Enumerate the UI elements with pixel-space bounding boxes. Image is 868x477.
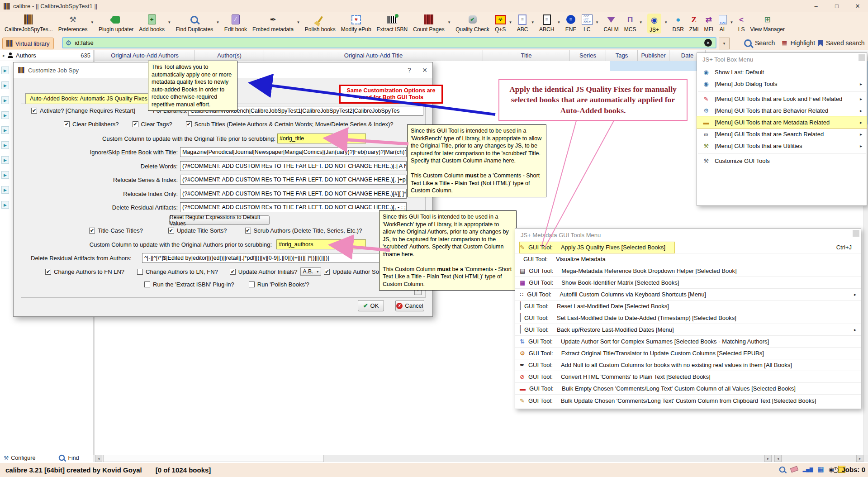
menu-item-metadata-related[interactable]: ▬ [Menu] GUI Tools that are Metadata Rel… bbox=[697, 116, 867, 128]
find-duplicates-dropdown-icon[interactable]: ▾ bbox=[217, 20, 219, 24]
maximize-button[interactable]: □ bbox=[826, 0, 847, 12]
grid-view-icon[interactable]: ▦ bbox=[817, 465, 824, 473]
menu-item-update-author-sort[interactable]: ⇅ GUI Tool: Update Author Sort for Compl… bbox=[515, 336, 861, 348]
tag-expander-icon[interactable]: ▶ bbox=[1, 81, 9, 89]
embed-metadata-dropdown-icon[interactable]: ▾ bbox=[297, 20, 299, 24]
tag-expander-icon[interactable]: ▶ bbox=[1, 67, 9, 74]
saved-search-button[interactable]: Saved search bbox=[818, 38, 865, 48]
menu-item-show-last[interactable]: ◉ Show Last: Default bbox=[697, 66, 867, 78]
toolbar-preferences[interactable]: ⚒Preferences bbox=[58, 14, 88, 33]
toolbar-plugin-updater[interactable]: Plugin updater bbox=[99, 14, 133, 33]
tag-expander-icon[interactable]: ▶ bbox=[1, 126, 9, 134]
scroll-left-button-2[interactable]: ◂ bbox=[774, 455, 782, 462]
column-header-orig-authors[interactable]: Original Auto-Add Authors bbox=[95, 50, 195, 61]
scroll-left-button[interactable]: ◂ bbox=[95, 455, 102, 462]
menu-item-mega-metadata-helper[interactable]: ▤ GUI Tool: Mega-Metadata Reference Book… bbox=[515, 265, 861, 277]
scroll-right-button[interactable]: ▸ bbox=[764, 455, 772, 462]
preferences-dropdown-icon[interactable]: ▾ bbox=[91, 20, 93, 24]
delete-residual-field[interactable]: (?#COMMENT: ADD CUSTOM REs TO THE FAR LE… bbox=[180, 202, 407, 212]
toolbar-quality-check[interactable]: ✔Quality Check bbox=[455, 14, 489, 33]
virtual-library-button[interactable]: Virtual library bbox=[2, 38, 54, 49]
search-input[interactable]: ⚙ id:false ✕ bbox=[62, 37, 716, 48]
toolbar-abc[interactable]: ≡ABC bbox=[517, 14, 528, 33]
menu-item-job-dialog-tools[interactable]: ◉ [Menu] Job Dialog Tools ▸ bbox=[697, 78, 867, 90]
al-dropdown-icon[interactable]: ▾ bbox=[730, 20, 733, 24]
change-ln-fn-checkbox[interactable] bbox=[137, 269, 143, 275]
reset-regex-button[interactable]: Reset Regular Expressions to Default Val… bbox=[169, 215, 270, 225]
toolbar-find-duplicates[interactable]: Find Duplicates bbox=[176, 14, 213, 33]
toolbar-extract-isbn[interactable]: Extract ISBN bbox=[377, 14, 408, 33]
cancel-button[interactable]: ✘Cancel bbox=[395, 300, 424, 311]
menu-item-apply-js-quality-fixes[interactable]: ✎ GUI Tool: Apply JS Quality Fixes [Sele… bbox=[515, 242, 861, 253]
clear-tags-checkbox[interactable]: ✔ bbox=[133, 121, 138, 127]
menu-item-look-feel[interactable]: ✎ [Menu] GUI Tools that are Look and Fee… bbox=[697, 93, 867, 105]
relocate-index-field[interactable]: (?#COMMENT: ADD CUSTOM REs TO THE FAR LE… bbox=[180, 189, 407, 199]
menu-item-visualize-metadata[interactable]: GUI Tool: Visualize Metadata bbox=[515, 253, 861, 265]
initials-style-combo[interactable]: A.B.▾ bbox=[300, 267, 322, 276]
column-header-tags[interactable]: Tags bbox=[606, 50, 638, 61]
eraser-icon[interactable] bbox=[790, 466, 798, 473]
lc-dropdown-icon[interactable]: ▾ bbox=[596, 20, 598, 24]
menu-item-reset-last-modified[interactable]: GUI Tool: Reset Last-Modified Date [Sele… bbox=[515, 301, 861, 312]
search-gear-icon[interactable]: ⚙ bbox=[66, 39, 71, 47]
minimize-button[interactable]: – bbox=[806, 0, 826, 12]
update-author-initials-checkbox[interactable]: ✔ bbox=[230, 269, 236, 275]
mcs-dropdown-icon[interactable]: ▾ bbox=[640, 20, 642, 24]
abc-dropdown-icon[interactable]: ▾ bbox=[531, 20, 534, 24]
tag-browser-authors-row[interactable]: ▸ Authors 635 bbox=[0, 50, 93, 61]
authors-expander-icon[interactable]: ▸ bbox=[3, 53, 5, 58]
status-search-icon[interactable] bbox=[779, 466, 786, 472]
qs-dropdown-icon[interactable]: ▾ bbox=[509, 20, 512, 24]
toolbar-mfi[interactable]: ⇄MFI bbox=[704, 14, 714, 33]
toolbar-enf[interactable]: ≡ENF bbox=[565, 14, 576, 33]
tag-expander-icon[interactable]: ▶ bbox=[1, 156, 9, 164]
relocate-series-field[interactable]: (?#COMMENT: ADD CUSTOM REs TO THE FAR LE… bbox=[180, 175, 407, 185]
toolbar-abch[interactable]: ≡ABCH bbox=[539, 14, 554, 33]
toolbar-calm[interactable]: CALM bbox=[603, 14, 618, 33]
dialog-close-button[interactable]: ✕ bbox=[417, 62, 432, 78]
clear-search-icon[interactable]: ✕ bbox=[704, 39, 712, 47]
column-header-authors[interactable]: Author(s) bbox=[195, 50, 264, 61]
menu-item-book-identifier-matrix[interactable]: ▦ GUI Tool: Show Book-Identifier Matrix … bbox=[515, 277, 861, 289]
tag-expander-icon[interactable]: ▶ bbox=[1, 111, 9, 119]
toolbar-edit-book[interactable]: ⁄Edit book bbox=[224, 14, 247, 33]
tag-expander-icon[interactable]: ▶ bbox=[1, 201, 9, 209]
horizontal-scrollbar-thumb[interactable] bbox=[103, 455, 324, 462]
search-button[interactable]: Search bbox=[744, 38, 775, 48]
toolbar-mcs[interactable]: ΠMCS bbox=[624, 14, 636, 33]
activate-checkbox[interactable]: ✔ bbox=[31, 108, 37, 114]
delete-words-field[interactable]: (?#COMMENT: ADD CUSTOM REs TO THE FAR LE… bbox=[180, 161, 407, 171]
chart-icon[interactable]: ▂▅▇ bbox=[802, 467, 813, 472]
tag-expander-icon[interactable]: ▶ bbox=[1, 186, 9, 194]
toolbar-zmi[interactable]: ZZMI bbox=[689, 14, 699, 33]
tag-expander-icon[interactable]: ▶ bbox=[1, 96, 9, 104]
toolbar-qs[interactable]: ☣Q+S bbox=[495, 14, 506, 33]
clear-publishers-checkbox[interactable]: ✔ bbox=[64, 121, 70, 127]
abch-dropdown-icon[interactable]: ▾ bbox=[558, 20, 560, 24]
toolbar-ls[interactable]: <LS bbox=[738, 14, 745, 33]
configure-button[interactable]: ⚒ Configure bbox=[4, 454, 35, 461]
column-header-series[interactable]: Series bbox=[570, 50, 606, 61]
column-header-publisher[interactable]: Publisher bbox=[638, 50, 669, 61]
menu-item-backup-restore-dates[interactable]: GUI Tool: Back up/Restore Last-Modified … bbox=[515, 324, 861, 336]
toolbar-modify-epub[interactable]: ♥Modify ePub bbox=[341, 14, 371, 33]
menu-item-set-last-modified[interactable]: GUI Tool: Set Last-Modified Date to Date… bbox=[515, 312, 861, 324]
menu-item-search-related[interactable]: ∞ [Menu] GUI Tools that are Search Relat… bbox=[697, 128, 867, 140]
jobs-indicator[interactable]: ◷ Jobs: 0 bbox=[833, 465, 865, 474]
menu-item-bulk-empty-comments[interactable]: ▬ GUI Tool: Bulk Empty Chosen 'Comments/… bbox=[515, 383, 861, 395]
column-header-title[interactable]: Title bbox=[483, 50, 570, 61]
close-button[interactable]: ✕ bbox=[847, 0, 868, 12]
update-title-sorts-checkbox[interactable]: ✔ bbox=[168, 228, 174, 234]
toolbar-dsr[interactable]: ●DSR bbox=[672, 14, 683, 33]
toolbar-al[interactable]: LOGAL bbox=[719, 14, 727, 33]
menu-item-utilities[interactable]: ⚒ [Menu] GUI Tools that are Utilities ▸ bbox=[697, 140, 867, 152]
custom-col-authors-field[interactable]: #orig_authors bbox=[276, 239, 366, 249]
run-polish-checkbox[interactable] bbox=[249, 281, 255, 287]
find-button[interactable]: Find bbox=[58, 454, 79, 462]
menu-item-extract-original-title[interactable]: ⚙ GUI Tool: Extract Original Title/Trans… bbox=[515, 348, 861, 359]
custom-col-title-field[interactable]: #orig_title bbox=[277, 134, 366, 143]
toolbar-view-manager[interactable]: ⊞View Manager bbox=[750, 14, 785, 33]
menu-item-add-null[interactable]: ✒ GUI Tool: Add Null to all Custom Colum… bbox=[515, 359, 861, 371]
tag-expander-icon[interactable]: ▶ bbox=[1, 171, 9, 179]
menu-item-autofill-custom-columns[interactable]: ∷ GUI Tool: Autofill Custom Columns via … bbox=[515, 289, 861, 301]
